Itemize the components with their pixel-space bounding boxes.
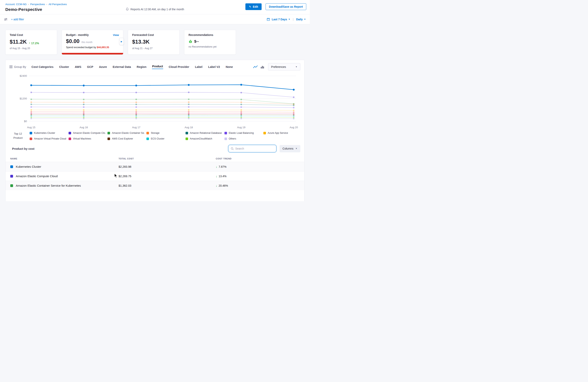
reports-note-text: Reports At 12:00 AM, on day 1 of the mon… [130, 8, 184, 11]
legend-item[interactable]: Amazon Elastic Container Se... [107, 132, 145, 134]
perspective-panel: Group By Cost CategoriesClusterAWSGCPAzu… [5, 60, 304, 201]
bar-chart-toggle-icon[interactable] [261, 65, 264, 69]
legend-label: Others [229, 137, 236, 140]
granularity-dropdown[interactable]: Daily ▼ [296, 18, 306, 21]
legend-swatch [69, 137, 71, 140]
budget-card: Budget - monthly View $0.00 this month S… [62, 30, 123, 55]
table-row[interactable]: Kubernetes Cluster$2,283.98↓7.87% [5, 162, 304, 171]
search-icon [231, 147, 234, 150]
chart-legend: Kubernetes ClusterAmazon Elastic Compute… [30, 132, 300, 140]
legend-label: Azure App Service [268, 132, 288, 134]
date-range-dropdown[interactable]: Last 7 Days ▼ [272, 18, 290, 21]
legend-swatch [224, 137, 227, 140]
forecast-period: of Aug 21 - Aug 27 [132, 47, 175, 50]
legend-label: Elastic Load Balancing [229, 132, 254, 134]
legend-swatch [186, 137, 188, 140]
chevron-down-icon: ▼ [288, 18, 290, 20]
legend-item[interactable]: Virtual Machines [69, 137, 105, 140]
group-by-row: Group By Cost CategoriesClusterAWSGCPAzu… [9, 63, 300, 70]
tab-cloud-provider[interactable]: Cloud Provider [168, 64, 189, 69]
svg-text:Aug 19: Aug 19 [237, 126, 245, 129]
trend-down-arrow-icon: ↓ [216, 174, 217, 178]
budget-expand-button[interactable]: ▶ [119, 38, 124, 45]
divider: | [293, 18, 294, 21]
legend-item[interactable]: Elastic Load Balancing [224, 132, 261, 134]
search-input[interactable] [235, 147, 274, 150]
tab-product[interactable]: Product [152, 64, 163, 69]
legend-item[interactable]: Others [224, 137, 261, 140]
legend-item[interactable]: Azure App Service [263, 132, 300, 134]
tab-aws[interactable]: AWS [74, 64, 81, 69]
breadcrumb-perspectives-link[interactable]: Perspectives [30, 3, 45, 6]
chart-type-toggles [253, 65, 264, 69]
chevron-down-icon: ▼ [295, 148, 297, 150]
product-name: Kubernetes Cluster [16, 165, 41, 168]
svg-text:Aug 18: Aug 18 [185, 126, 193, 129]
budget-view-link[interactable]: View [113, 34, 119, 37]
tab-gcp[interactable]: GCP [87, 64, 93, 69]
filter-bar: + add filter Last 7 Days ▼ | Daily ▼ [0, 14, 310, 24]
legend-swatch [224, 132, 227, 134]
cost-line-chart[interactable]: $2400$1200$0Aug 15Aug 16Aug 17Aug 18Aug … [9, 73, 300, 131]
preferences-button[interactable]: Preferences ▼ [268, 63, 300, 70]
svg-text:Aug 15: Aug 15 [27, 126, 35, 129]
money-bag-icon: $ [189, 39, 192, 43]
legend-swatch [263, 132, 266, 134]
tab-none[interactable]: None [225, 64, 233, 69]
column-header-name[interactable]: NAME [10, 157, 119, 160]
trend-down-arrow-icon: ↓ [216, 165, 217, 168]
table-row[interactable]: Amazon Elastic Container Service for Kub… [5, 181, 304, 190]
cost-delta-badge: ▼ 17.2% [29, 42, 39, 45]
legend-item[interactable]: Storage [147, 132, 183, 134]
line-chart-toggle-icon[interactable] [253, 65, 258, 69]
search-box [228, 145, 276, 152]
legend-item[interactable]: ECS Cluster [147, 137, 183, 140]
tab-region[interactable]: Region [137, 64, 147, 69]
trend-value: 20.46% [219, 184, 228, 187]
legend-item[interactable]: Amazon Elastic Compute Clo... [69, 132, 105, 134]
row-color-swatch [10, 175, 13, 178]
table-body: Kubernetes Cluster$2,283.98↓7.87%Amazon … [5, 162, 304, 190]
legend-item[interactable]: Amazon Relational Database ... [186, 132, 222, 134]
preferences-label: Preferences [271, 65, 286, 68]
tab-cluster[interactable]: Cluster [59, 64, 69, 69]
tab-label-v2[interactable]: Label V2 [208, 64, 220, 69]
legend-item[interactable]: Kubernetes Cluster [30, 132, 67, 134]
legend-label: Kubernetes Cluster [34, 132, 55, 134]
total-cost-value: $2,283.98 [119, 165, 216, 168]
legend-item[interactable]: Amazon Virtual Private Cloud [30, 137, 67, 140]
add-filter-button[interactable]: + add filter [11, 18, 24, 21]
edit-button[interactable]: ✎ Edit [245, 3, 262, 10]
table-row[interactable]: Amazon Elastic Compute Cloud$2,269.75↓13… [5, 171, 304, 181]
column-header-total-cost[interactable]: TOTAL COST [119, 157, 216, 160]
tab-external-data[interactable]: External Data [112, 64, 131, 69]
row-color-swatch [10, 165, 13, 168]
bell-icon [126, 7, 129, 11]
legend-swatch [147, 137, 149, 140]
legend-item[interactable]: AWS Cost Explorer [107, 137, 145, 140]
tab-label[interactable]: Label [195, 64, 203, 69]
columns-button[interactable]: Columns ▼ [280, 145, 300, 152]
row-color-swatch [10, 184, 13, 187]
legend-swatch [30, 132, 32, 134]
legend-title: Top 12 Product [9, 132, 26, 140]
download-save-report-button[interactable]: Download/Save as Report [266, 3, 306, 10]
legend-label: AmazonCloudWatch [190, 137, 212, 140]
breadcrumb-account-link[interactable]: Account: CCM-NG [5, 3, 27, 6]
time-filter-group: Last 7 Days ▼ | Daily ▼ [267, 18, 306, 21]
column-header-cost-trend[interactable]: COST TREND [216, 157, 304, 160]
calendar-icon [267, 18, 270, 21]
legend-item[interactable]: AmazonCloudWatch [186, 137, 222, 140]
total-cost-card: Total Cost $11.2K ▼ 17.2% of Aug 15 - Au… [5, 30, 57, 55]
breadcrumb-all-perspectives-link[interactable]: All Perspectives [49, 3, 67, 6]
svg-text:$0: $0 [24, 120, 27, 123]
filter-sliders-icon[interactable] [4, 18, 7, 21]
tab-azure[interactable]: Azure [99, 64, 107, 69]
svg-text:$2400: $2400 [20, 74, 27, 77]
recommendations-card: Recommendations $ $-- no Recommendations… [184, 30, 236, 55]
granularity-value: Daily [296, 18, 303, 21]
date-range-value: Last 7 Days [272, 18, 287, 21]
card-title: Recommendations [189, 33, 231, 37]
tab-cost-categories[interactable]: Cost Categories [31, 64, 54, 69]
legend-label: AWS Cost Explorer [112, 137, 133, 140]
